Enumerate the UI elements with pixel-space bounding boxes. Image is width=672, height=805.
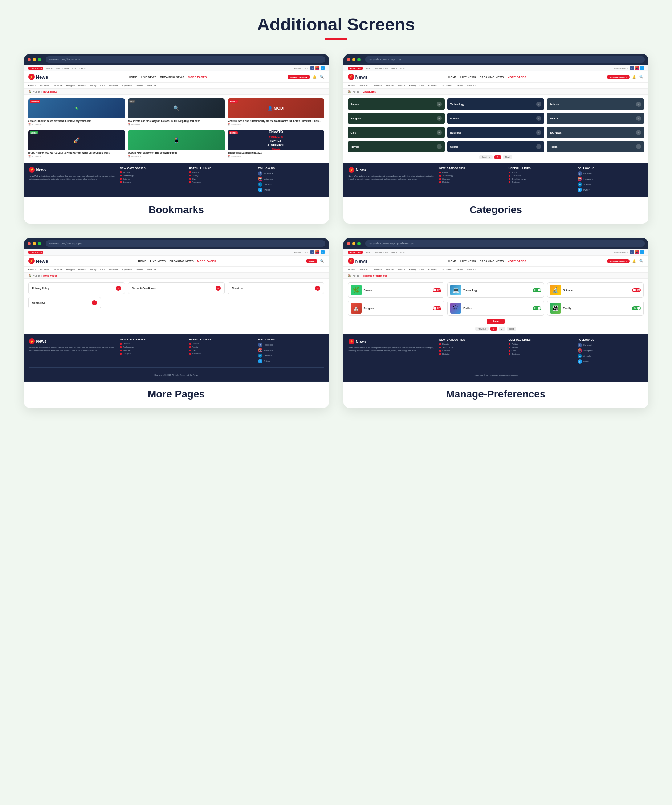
cat-cars[interactable]: Cars	[100, 84, 105, 87]
cat-topnews[interactable]: Top News	[122, 268, 133, 271]
url-bar[interactable]: newsweb.com/bookmarks	[46, 56, 325, 63]
nav-home[interactable]: HOME	[449, 260, 457, 263]
instagram-icon[interactable]: 📷	[635, 66, 639, 70]
prev-page-button[interactable]: Previous	[475, 327, 489, 331]
cat-tech[interactable]: Technolo...	[39, 84, 51, 87]
list-item[interactable]: Top News →	[547, 127, 644, 138]
instagram-icon[interactable]: 📷	[315, 66, 319, 70]
facebook-icon[interactable]: f	[630, 66, 634, 70]
twitter-icon[interactable]: t	[640, 250, 644, 254]
footer-list-text[interactable]: Business	[192, 181, 201, 183]
list-item[interactable]: Family →	[547, 113, 644, 124]
user-button[interactable]: Mayeen Soweli ▾	[607, 259, 629, 263]
list-item[interactable]: Sports →	[447, 141, 544, 153]
table-row[interactable]: ENVATO PUBLIC ★ IMPACT STATEMENT ★2022 P…	[228, 130, 325, 159]
footer-list-text[interactable]: Cars	[192, 178, 197, 180]
nav-more[interactable]: MORE PAGES	[508, 260, 526, 263]
cat-cars[interactable]: Cars	[100, 268, 105, 271]
lang-select[interactable]: English (US) ▾	[614, 251, 628, 253]
social-item-ig[interactable]: 📷 Instagram	[258, 177, 324, 181]
cat-politics[interactable]: Politics	[79, 268, 86, 271]
current-page-button[interactable]: 1	[490, 327, 497, 331]
nav-home[interactable]: HOME	[129, 76, 137, 79]
list-item[interactable]: Privacy Policy →	[28, 283, 125, 294]
social-item-fb[interactable]: f Facebook	[258, 343, 324, 347]
lang-select[interactable]: English (US) ▾	[294, 251, 308, 253]
social-item-li[interactable]: in LinkedIn	[578, 182, 643, 187]
cat-business[interactable]: Business	[428, 84, 437, 87]
list-item[interactable]: Technology →	[447, 99, 544, 110]
toggle-tech[interactable]: ON	[532, 288, 541, 292]
cat-religion[interactable]: Religion	[386, 84, 394, 87]
url-bar[interactable]: newsweb.com/manage-preferences	[365, 240, 645, 247]
toggle-envato[interactable]: OFF	[433, 288, 442, 292]
cat-travels[interactable]: Travels	[455, 268, 463, 271]
social-item-li[interactable]: in LinkedIn	[258, 182, 324, 187]
cat-business[interactable]: Business	[108, 268, 118, 271]
cat-topnews[interactable]: Top News	[442, 268, 452, 271]
list-item[interactable]: Politics →	[447, 113, 544, 124]
nav-home[interactable]: HOME	[449, 76, 457, 79]
url-bar[interactable]: newsweb.com/more-pages	[46, 240, 325, 247]
logo[interactable]: ⚡ News	[28, 258, 48, 264]
cat-science[interactable]: Science	[374, 268, 382, 271]
social-item-li[interactable]: in LinkedIn	[258, 353, 324, 358]
table-row[interactable]: 📱 Google Pixel 6a review: The software p…	[128, 130, 225, 159]
logo[interactable]: ⚡ News	[28, 74, 48, 80]
cat-envato[interactable]: Envato	[28, 84, 36, 87]
facebook-icon[interactable]: f	[630, 250, 634, 254]
nav-live[interactable]: LIVE NEWS	[150, 260, 166, 263]
toggle-family[interactable]: ON	[632, 306, 641, 310]
twitter-icon[interactable]: t	[320, 66, 325, 70]
cat-travels[interactable]: Travels	[455, 84, 463, 87]
nav-more[interactable]: MORE PAGES	[188, 76, 207, 79]
toggle-religion[interactable]: OFF	[433, 306, 442, 310]
lang-select[interactable]: English (US) ▾	[614, 67, 628, 69]
list-item[interactable]: 👨‍👩‍👧 Family ON	[547, 301, 644, 316]
cat-cars[interactable]: Cars	[420, 84, 425, 87]
social-item-ig[interactable]: 📷 Instagram	[578, 177, 643, 181]
list-item[interactable]: Envato →	[348, 99, 445, 110]
table-row[interactable]: 👤 MODI Politics Modi@8: Scale and Sustai…	[228, 99, 325, 127]
nav-breaking[interactable]: BREAKING NEWS	[480, 260, 504, 263]
nav-breaking[interactable]: BREAKING NEWS	[160, 76, 184, 79]
breadcrumb-home[interactable]: Home	[33, 90, 40, 93]
nav-live[interactable]: LIVE NEWS	[141, 76, 156, 79]
nav-more[interactable]: MORE PAGES	[508, 76, 526, 79]
social-item-li[interactable]: in LinkedIn	[578, 354, 643, 358]
search-icon[interactable]: 🔍	[639, 258, 644, 263]
page-2-button[interactable]: 2	[499, 327, 505, 331]
cat-envato[interactable]: Envato	[348, 268, 355, 271]
table-row[interactable]: 🚀 Science NASA Will Pay You Rs 7.5 Lakh …	[28, 130, 125, 159]
cat-politics[interactable]: Politics	[79, 84, 86, 87]
url-bar[interactable]: newsweb.com/categories	[365, 56, 645, 63]
cat-business[interactable]: Business	[428, 268, 437, 271]
cat-family[interactable]: Family	[409, 268, 416, 271]
social-item-tw[interactable]: t Twitter	[258, 187, 324, 192]
cat-topnews[interactable]: Top News	[122, 84, 133, 87]
notification-icon[interactable]: 🔔	[312, 74, 317, 79]
table-row[interactable]: 🔍 NIA NIA arrests one more Afghan nation…	[128, 99, 225, 127]
search-icon[interactable]: 🔍	[639, 74, 644, 79]
nav-breaking[interactable]: BREAKING NEWS	[480, 76, 504, 79]
social-item-fb[interactable]: f Facebook	[578, 343, 643, 347]
instagram-icon[interactable]: 📷	[635, 250, 639, 254]
list-item[interactable]: 🔬 Science OFF	[547, 283, 644, 297]
footer-list-text[interactable]: Religion	[442, 181, 450, 183]
user-button[interactable]: Mayeen Soweli ▾	[288, 75, 310, 79]
twitter-icon[interactable]: t	[640, 66, 644, 70]
footer-list-text[interactable]: Science	[442, 178, 450, 180]
footer-list-text[interactable]: Family	[192, 174, 199, 177]
list-item[interactable]: 🏛 Politics ON	[447, 301, 544, 316]
list-item[interactable]: 💻 Technology ON	[447, 283, 544, 297]
next-page-button[interactable]: Next	[503, 155, 512, 159]
cat-more[interactable]: More >>	[467, 84, 475, 87]
list-item[interactable]: Science →	[547, 99, 644, 110]
cat-travels[interactable]: Travels	[136, 268, 143, 271]
facebook-icon[interactable]: f	[311, 250, 314, 254]
list-item[interactable]: Religion →	[348, 113, 445, 124]
list-item[interactable]: Health →	[547, 141, 644, 153]
prev-page-button[interactable]: Previous	[479, 155, 493, 159]
list-item[interactable]: Cars →	[348, 127, 445, 138]
cat-tech[interactable]: Technolo...	[359, 268, 370, 271]
